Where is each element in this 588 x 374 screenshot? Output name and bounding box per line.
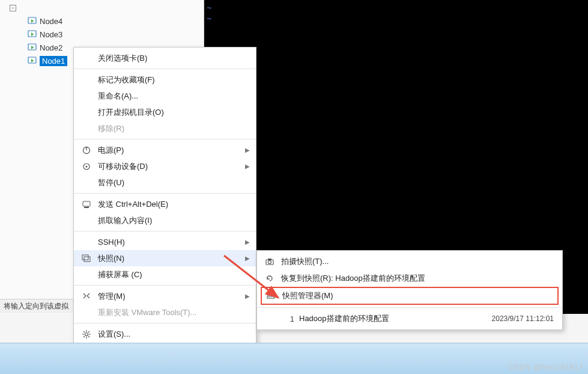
tree-node-label: Node2 (40, 43, 62, 52)
tree-node-label: Node4 (40, 17, 62, 26)
menu-snapshot[interactable]: 快照(N) ▶ (74, 250, 256, 266)
chevron-right-icon: ▶ (245, 255, 250, 262)
svg-rect-16 (267, 293, 274, 295)
blank-icon (80, 236, 93, 248)
menu-label: 快照管理器(M) (282, 290, 553, 301)
revert-icon (263, 272, 276, 284)
settings-icon (80, 328, 93, 340)
blank-icon (80, 215, 93, 227)
svg-point-12 (85, 333, 88, 336)
tree-root-collapse[interactable]: − (6, 1, 204, 14)
vm-icon (28, 16, 37, 26)
tree-node-label: Node3 (40, 30, 62, 39)
blank-icon (80, 52, 93, 64)
blank-icon (263, 313, 276, 325)
status-text: 将输入定向到该虚拟 (4, 302, 68, 310)
submenu-revert-snapshot[interactable]: 恢复到快照(R): Hadoop搭建前的环境配置 (257, 270, 562, 287)
menu-send-cad[interactable]: 发送 Ctrl+Alt+Del(E) (74, 196, 256, 212)
menu-settings[interactable]: 设置(S)... (74, 326, 256, 342)
snap-manager-icon (264, 290, 277, 302)
menu-label: 标记为收藏项(F) (98, 75, 250, 85)
menu-label: 重新安装 VMware Tools(T)... (98, 307, 250, 318)
menu-separator (74, 285, 256, 286)
menu-label: 发送 Ctrl+Alt+Del(E) (98, 199, 250, 210)
menu-label: 拍摄快照(T)... (281, 256, 554, 267)
menu-close-tab[interactable]: 关闭选项卡(B) (74, 50, 256, 66)
svg-rect-9 (84, 207, 89, 208)
menu-separator (74, 323, 256, 323)
send-icon (80, 198, 93, 210)
menu-label: 重命名(A)... (98, 91, 250, 102)
chevron-right-icon: ▶ (245, 293, 250, 299)
status-bar: 将输入定向到该虚拟 (0, 299, 77, 313)
menu-label: 关闭选项卡(B) (98, 53, 250, 64)
svg-rect-15 (268, 259, 271, 260)
menu-label: 管理(M) (98, 291, 245, 302)
chevron-right-icon: ▶ (245, 239, 250, 245)
menu-pause[interactable]: 暂停(U) (74, 174, 256, 191)
snapshot-icon (80, 253, 93, 265)
menu-label: 抓取输入内容(I) (98, 215, 250, 226)
menu-separator (74, 231, 256, 231)
menu-label: 恢复到快照(R): Hadoop搭建前的环境配置 (281, 273, 554, 284)
menu-rename[interactable]: 重命名(A)... (74, 88, 256, 104)
camera-icon (263, 256, 276, 268)
menu-open-vm-dir[interactable]: 打开虚拟机目录(O) (74, 104, 256, 120)
menu-label: 电源(P) (98, 145, 245, 156)
menu-label: 打开虚拟机目录(O) (98, 107, 250, 118)
svg-rect-11 (84, 257, 90, 262)
menu-capture-screen[interactable]: 捕获屏幕 (C) (74, 266, 256, 283)
tree-node-node4[interactable]: Node4 (6, 14, 204, 28)
terminal-tilde: ~ (207, 13, 586, 24)
tree-node-label: Node1 (40, 56, 67, 66)
menu-label: 移除(R) (98, 123, 250, 134)
tree-node-node3[interactable]: Node3 (6, 28, 204, 41)
menu-mark-favorite[interactable]: 标记为收藏项(F) (74, 72, 256, 88)
menu-separator (74, 193, 256, 194)
chevron-right-icon: ▶ (245, 147, 250, 153)
menu-label: 捕获屏幕 (C) (98, 269, 250, 280)
menu-label: 可移动设备(D) (98, 161, 245, 172)
blank-icon (80, 106, 93, 118)
svg-point-18 (268, 294, 270, 295)
submenu-snapshot-entry[interactable]: 1 Hadoop搭建前的环境配置 2023/9/17 11:12:01 (257, 310, 562, 327)
menu-remove: 移除(R) (74, 120, 256, 136)
menu-label: 快照(N) (98, 253, 245, 264)
menu-label: 暂停(U) (98, 177, 250, 188)
chevron-right-icon: ▶ (245, 163, 250, 170)
menu-power[interactable]: 电源(P) ▶ (74, 142, 256, 158)
snapshot-submenu: 拍摄快照(T)... 恢复到快照(R): Hadoop搭建前的环境配置 快照管理… (256, 250, 563, 330)
snapshot-time: 2023/9/17 11:12:01 (492, 314, 554, 323)
vm-icon (28, 29, 37, 39)
svg-rect-10 (82, 255, 88, 260)
menu-manage[interactable]: 管理(M) ▶ (74, 288, 256, 304)
svg-point-7 (86, 165, 88, 167)
snapshot-name: Hadoop搭建前的环境配置 (299, 313, 389, 324)
svg-rect-8 (83, 201, 90, 206)
devices-icon (80, 161, 93, 173)
blank-icon (80, 90, 93, 102)
menu-label: 设置(S)... (98, 329, 250, 340)
terminal-tilde: ~ (207, 2, 586, 13)
menu-removable-devices[interactable]: 可移动设备(D) ▶ (74, 158, 256, 174)
menu-grab-input[interactable]: 抓取输入内容(I) (74, 212, 256, 228)
vm-icon (28, 56, 37, 66)
context-menu: 关闭选项卡(B) 标记为收藏项(F) 重命名(A)... 打开虚拟机目录(O) … (73, 47, 256, 345)
watermark: CSDN @hsh241817 (508, 363, 583, 372)
power-icon (80, 144, 93, 156)
blank-icon (80, 123, 93, 135)
submenu-snapshot-manager[interactable]: 快照管理器(M) (261, 287, 559, 305)
blank-icon (80, 307, 93, 319)
blank-icon (80, 177, 93, 189)
svg-rect-17 (267, 296, 274, 298)
vm-icon (28, 43, 37, 52)
collapse-icon[interactable]: − (10, 5, 16, 11)
blank-icon (80, 74, 93, 86)
menu-ssh[interactable]: SSH(H) ▶ (74, 234, 256, 250)
snapshot-index: 1 (281, 314, 294, 323)
manage-icon (80, 290, 93, 302)
menu-separator (257, 307, 562, 308)
submenu-take-snapshot[interactable]: 拍摄快照(T)... (257, 253, 562, 270)
taskbar[interactable] (0, 343, 588, 374)
menu-label: SSH(H) (98, 238, 245, 247)
